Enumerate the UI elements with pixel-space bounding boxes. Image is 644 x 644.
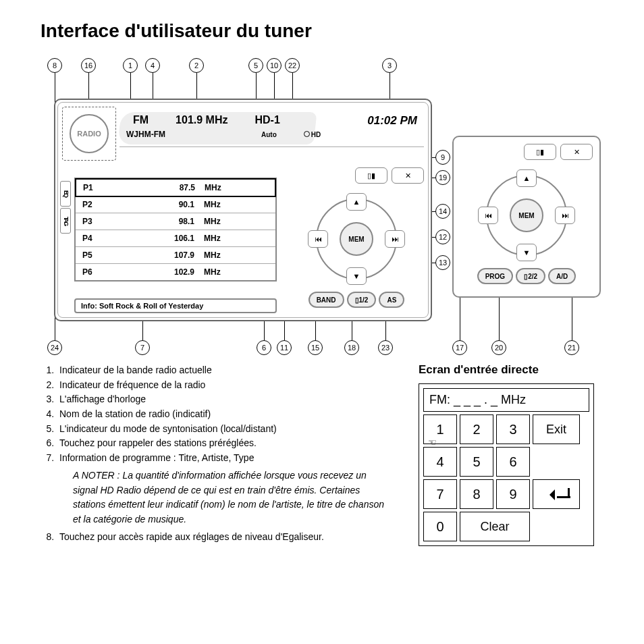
direct-entry-keypad: FM: _ _ _ . _ MHz 1☜ 2 3 Exit 4 5 6 7 8 … — [419, 383, 594, 546]
callout-13: 13 — [435, 255, 450, 270]
callout-17: 17 — [452, 340, 467, 355]
key-exit[interactable]: Exit — [533, 414, 580, 444]
page-button-2[interactable]: ▯2/2 — [516, 268, 545, 284]
key-0[interactable]: 0 — [423, 512, 457, 541]
seek-down-button[interactable]: ▼ — [516, 244, 537, 261]
preset-unit: MHz — [204, 250, 244, 260]
preset-unit: MHz — [204, 217, 244, 226]
key-7[interactable]: 7 — [423, 479, 457, 509]
keypad-display: FM: _ _ _ . _ MHz — [423, 388, 589, 412]
preset-unit: MHz — [204, 200, 244, 209]
battery-icon[interactable]: ▯▮ — [355, 167, 387, 184]
key-5[interactable]: 5 — [460, 447, 493, 477]
preset-row[interactable]: P6 102.9 MHz — [76, 264, 275, 280]
preset-row[interactable]: P3 98.1 MHz — [76, 213, 275, 230]
callout-7: 7 — [135, 340, 150, 355]
callout-21: 21 — [564, 340, 579, 355]
next-button[interactable]: ⏭ — [555, 207, 575, 224]
prev-button[interactable]: ⏮ — [478, 207, 498, 224]
prog-button[interactable]: PROG — [477, 268, 513, 284]
keypad-title: Ecran d'entrée directe — [419, 363, 594, 377]
preset-label: P4 — [82, 234, 123, 243]
legend-item: L'affichage d'horloge — [57, 392, 392, 407]
ad-button[interactable]: A/D — [548, 268, 576, 284]
callout-12: 12 — [435, 230, 450, 244]
callout-3: 3 — [382, 58, 397, 73]
page-label: 1/2 — [359, 296, 369, 304]
preset-freq: 98.1 — [123, 217, 204, 226]
eq-tab[interactable]: EQ — [60, 181, 71, 207]
key-enter[interactable] — [533, 479, 580, 509]
key-6[interactable]: 6 — [496, 447, 530, 477]
radio-main-frame: RADIO FM 101.9 MHz HD-1 WJHM-FM Auto HD … — [54, 99, 432, 321]
seek-up-button[interactable]: ▲ — [516, 169, 537, 187]
key-4[interactable]: 4 — [423, 447, 457, 477]
callout-24: 24 — [47, 340, 62, 355]
page-title: Interface d'utilisateur du tuner — [41, 20, 603, 42]
seek-down-button[interactable]: ▼ — [346, 267, 367, 285]
dpad-2: ▲ ▼ ⏮ ⏭ MEM — [473, 168, 581, 263]
key-9[interactable]: 9 — [496, 479, 530, 509]
preset-freq: 107.9 — [123, 250, 204, 260]
mem-button[interactable]: MEM — [340, 222, 373, 256]
callout-19: 19 — [435, 170, 450, 185]
legend-item: Indicateur de fréquence de la radio — [57, 378, 392, 393]
callout-11: 11 — [277, 340, 292, 355]
prev-button[interactable]: ⏮ — [308, 230, 328, 248]
control-panel: ▯▮ ✕ ▲ ▼ ⏮ ⏭ MEM BAND ▯1/2 AS — [289, 167, 424, 316]
radio-knob-region[interactable]: RADIO — [62, 107, 116, 161]
preset-label: P5 — [82, 250, 123, 260]
callout-15: 15 — [308, 340, 323, 355]
callout-2: 2 — [189, 58, 204, 73]
band-button[interactable]: BAND — [308, 292, 344, 308]
legend-item: Touchez pour rappeler des stations préré… — [57, 436, 392, 451]
key-clear[interactable]: Clear — [460, 512, 530, 541]
preset-freq: 87.5 — [124, 183, 205, 192]
preset-label: P2 — [82, 200, 123, 209]
battery-icon[interactable]: ▯▮ — [524, 144, 556, 160]
tools-icon[interactable]: ✕ — [392, 167, 424, 184]
callout-18: 18 — [344, 340, 359, 355]
hd-text: HD — [311, 131, 321, 138]
legend-item: Indicateur de la bande radio actuelle — [57, 363, 392, 378]
seek-up-button[interactable]: ▲ — [346, 193, 367, 211]
tune-mode: Auto — [261, 131, 277, 138]
tools-icon[interactable]: ✕ — [560, 144, 593, 160]
page-button[interactable]: ▯1/2 — [347, 292, 377, 308]
key-3[interactable]: 3 — [496, 414, 530, 444]
callout-9: 9 — [435, 150, 450, 165]
station-name: WJHM-FM — [126, 130, 241, 139]
callout-1: 1 — [123, 58, 138, 73]
preset-unit: MHz — [205, 183, 245, 192]
preset-row[interactable]: P2 90.1 MHz — [76, 196, 275, 213]
key-label: 1 — [436, 422, 444, 437]
preset-row[interactable]: P5 107.9 MHz — [76, 247, 275, 264]
preset-unit: MHz — [204, 267, 244, 277]
as-button[interactable]: AS — [379, 292, 404, 308]
tag-label: TAG — [63, 217, 69, 225]
callout-23: 23 — [378, 340, 393, 355]
callout-14: 14 — [435, 204, 450, 219]
mem-button[interactable]: MEM — [510, 198, 543, 232]
preset-label: P3 — [82, 217, 123, 226]
band-indicator: FM — [133, 114, 149, 126]
preset-label: P1 — [83, 183, 124, 192]
key-1[interactable]: 1☜ — [423, 414, 457, 444]
page-label-2: 2/2 — [528, 273, 537, 280]
hd-indicator: HD-1 — [254, 114, 279, 126]
program-info: Info: Soft Rock & Roll of Yesterday — [74, 298, 277, 313]
preset-label: P6 — [82, 267, 123, 277]
next-button[interactable]: ⏭ — [385, 230, 405, 248]
callout-22: 22 — [285, 58, 300, 73]
tag-tab[interactable]: TAG — [60, 208, 71, 234]
hd-icon — [304, 131, 310, 137]
preset-freq: 90.1 — [123, 200, 204, 209]
secondary-panel: ▯▮ ✕ ▲ ▼ ⏮ ⏭ MEM PROG ▯2/2 A/D — [452, 136, 601, 298]
diagram: 8 16 1 4 2 5 10 22 3 9 19 14 12 13 24 7 … — [41, 58, 603, 355]
callout-20: 20 — [491, 340, 506, 355]
preset-row[interactable]: P1 87.5 MHz — [75, 178, 276, 197]
key-8[interactable]: 8 — [460, 479, 493, 509]
preset-row[interactable]: P4 106.1 MHz — [76, 230, 275, 247]
callout-5: 5 — [248, 58, 263, 73]
key-2[interactable]: 2 — [460, 414, 493, 444]
